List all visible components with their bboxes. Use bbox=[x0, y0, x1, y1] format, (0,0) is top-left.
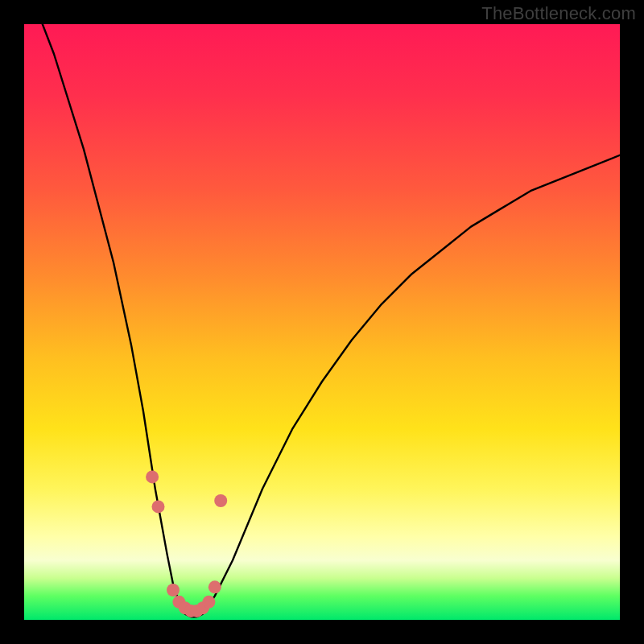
highlight-marker bbox=[202, 596, 215, 609]
highlight-marker bbox=[167, 584, 180, 597]
highlight-marker bbox=[208, 580, 221, 593]
watermark-text: TheBottleneck.com bbox=[481, 3, 636, 24]
chart-svg-layer bbox=[24, 24, 620, 620]
highlight-marker bbox=[214, 494, 227, 507]
bottleneck-curve bbox=[24, 24, 620, 617]
chart-frame bbox=[24, 24, 620, 620]
highlight-marker bbox=[152, 500, 165, 513]
highlight-marker bbox=[146, 470, 159, 483]
